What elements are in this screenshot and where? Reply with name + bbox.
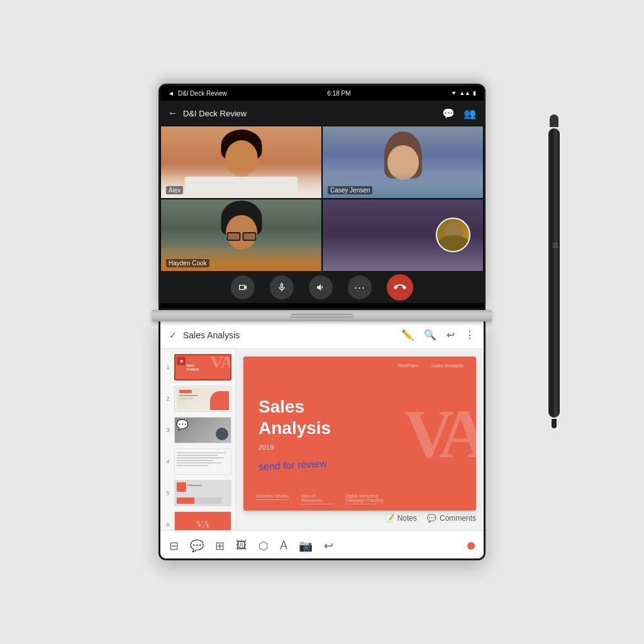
- ppt-footer-toolbar: ⊟ 💬 ⊞ 🖼 ⬡ A 📷 ↩: [160, 539, 458, 553]
- call-controls[interactable]: ···: [160, 272, 484, 303]
- slide-num-6: 6: [164, 521, 172, 528]
- bottom-screen: ✓ Sales Analysis ✏️ 🔍 ↩ ⋮ 1: [158, 321, 486, 560]
- back-icon: ◄: [168, 90, 174, 97]
- pen-icon[interactable]: ✏️: [401, 329, 414, 341]
- slide-num-2: 2: [164, 396, 172, 402]
- speaker-button[interactable]: [309, 275, 333, 299]
- participant-1-label: Alex: [166, 186, 183, 194]
- notes-label: Notes: [397, 514, 417, 523]
- svg-rect-1: [556, 243, 558, 245]
- people-icon[interactable]: 👥: [464, 108, 476, 119]
- call-title: D&I Deck Review: [178, 90, 227, 97]
- notes-comments-bar: 📝 Notes 💬 Comments: [243, 511, 476, 523]
- comments-label: Comments: [440, 514, 476, 523]
- end-call-button[interactable]: [387, 274, 413, 301]
- search-icon[interactable]: 🔍: [424, 329, 436, 341]
- notes-button[interactable]: 📝 Notes: [385, 514, 417, 523]
- teams-header-left: ← D&I Deck Review: [168, 108, 247, 119]
- microphone-button[interactable]: [270, 275, 294, 299]
- slide-top-labels: RedPoint Sales Analysis: [397, 363, 464, 369]
- self-avatar: [436, 218, 470, 252]
- slide-thumb-5[interactable]: 5 Performance: [163, 479, 233, 508]
- slide-bottom-labels: Selected Review New ofResources Digital …: [256, 494, 383, 504]
- back-button[interactable]: ←: [168, 108, 178, 119]
- slide-image-6: VA: [174, 511, 231, 530]
- slide-image-1: ★ SalesAnalysis VA: [174, 354, 231, 380]
- stylus-body: [548, 128, 560, 418]
- slide-panel: 1 ★ SalesAnalysis VA: [160, 349, 236, 530]
- slide-text-area: SalesAnalysis 2019 send for review: [243, 384, 346, 484]
- video-grid: Alex Casey Jensen: [160, 126, 484, 272]
- bottom-label-3: Digital MarketingCampaign Tracking: [345, 494, 383, 504]
- slide-label-redpoint: RedPoint: [397, 363, 418, 369]
- ppt-header-right: ✏️ 🔍 ↩ ⋮: [401, 329, 475, 341]
- slide-thumb-1[interactable]: 1 ★ SalesAnalysis VA: [163, 353, 233, 382]
- camera-toolbar-icon[interactable]: 📷: [299, 539, 313, 553]
- status-bar-left: ◄ D&I Deck Review: [168, 90, 227, 97]
- video-cell-3: Hayden Cook: [160, 199, 322, 272]
- ppt-footer-right: [458, 542, 484, 550]
- image-icon[interactable]: 🖼: [236, 539, 247, 552]
- status-time: 6:18 PM: [327, 90, 350, 97]
- chat-icon[interactable]: 💬: [442, 108, 455, 119]
- slide-image-2: [174, 386, 231, 412]
- slide-image-4: [174, 448, 231, 475]
- checkmark-icon[interactable]: ✓: [169, 330, 177, 340]
- chat-toolbar-icon[interactable]: 💬: [190, 539, 204, 553]
- hinge-bar: [291, 314, 353, 318]
- ppt-header: ✓ Sales Analysis ✏️ 🔍 ↩ ⋮: [160, 321, 484, 349]
- slide-num-3: 3: [164, 427, 172, 433]
- handwriting-annotation: send for review: [258, 458, 327, 473]
- bottom-label-1: Selected Review: [256, 494, 289, 504]
- ppt-body: 1 ★ SalesAnalysis VA: [160, 349, 484, 530]
- slide-num-1: 1: [164, 364, 172, 370]
- ppt-footer: ⊟ 💬 ⊞ 🖼 ⬡ A 📷 ↩: [160, 530, 484, 560]
- bottom-label-2: New ofResources: [301, 494, 333, 504]
- participant-2-label: Casey Jensen: [328, 186, 372, 194]
- slide-thumb-2[interactable]: 2: [163, 384, 233, 413]
- stylus-logo: [552, 242, 559, 249]
- comment-bubble-icon: 💬: [176, 419, 189, 431]
- undo-icon[interactable]: ↩: [447, 329, 455, 341]
- undo-toolbar-icon[interactable]: ↩: [324, 539, 333, 553]
- slide-thumb-4[interactable]: 4: [163, 447, 233, 476]
- slide-main-view: VA RedPoint Sales Analysis SalesAnalysis…: [236, 349, 484, 530]
- presentation-title: Sales Analysis: [183, 330, 240, 340]
- ppt-header-left: ✓ Sales Analysis: [169, 330, 240, 340]
- stylus-top: [550, 114, 558, 127]
- teams-header: ← D&I Deck Review 💬 👥: [160, 101, 484, 126]
- notes-icon: 📝: [385, 514, 394, 523]
- slide-image-5: Performance: [174, 480, 231, 506]
- slide-content: VA RedPoint Sales Analysis SalesAnalysis…: [243, 357, 476, 511]
- hinge: [152, 310, 492, 321]
- camera-button[interactable]: [231, 275, 255, 299]
- slide-thumb-3[interactable]: 3 💬: [163, 416, 233, 445]
- signal-icon: ▲▲: [459, 90, 470, 96]
- slide-label-sales: Sales Analysis: [431, 363, 464, 369]
- status-bar-right: ▼ ▲▲ ▮: [451, 90, 476, 96]
- more-button[interactable]: ···: [348, 275, 372, 299]
- video-cell-4: [322, 199, 484, 272]
- status-bar: ◄ D&I Deck Review 6:18 PM ▼ ▲▲ ▮: [160, 86, 484, 101]
- slide-title: SalesAnalysis: [258, 396, 331, 438]
- comments-button[interactable]: 💬 Comments: [427, 514, 476, 523]
- svg-rect-2: [553, 246, 555, 248]
- svg-rect-0: [553, 243, 555, 245]
- wifi-icon: ▼: [451, 90, 457, 96]
- scene: ◄ D&I Deck Review 6:18 PM ▼ ▲▲ ▮ ← D&I D…: [64, 39, 580, 605]
- video-cell-1: Alex: [160, 126, 322, 199]
- device: ◄ D&I Deck Review 6:18 PM ▼ ▲▲ ▮ ← D&I D…: [146, 84, 498, 560]
- text-icon[interactable]: A: [280, 539, 287, 552]
- stylus: [547, 114, 561, 416]
- meeting-title: D&I Deck Review: [183, 109, 247, 118]
- shapes-icon[interactable]: ⬡: [258, 539, 269, 553]
- comments-icon: 💬: [427, 514, 436, 523]
- participant-3-label: Hayden Cook: [166, 259, 209, 267]
- color-indicator[interactable]: [467, 542, 475, 550]
- slide-image-3: 💬: [174, 417, 231, 443]
- stylus-tip: [552, 419, 557, 428]
- slide-thumb-6[interactable]: 6 VA: [163, 510, 233, 530]
- grid-icon[interactable]: ⊞: [215, 539, 225, 553]
- more-options-icon[interactable]: ⋮: [465, 329, 475, 341]
- layout-icon[interactable]: ⊟: [169, 539, 179, 553]
